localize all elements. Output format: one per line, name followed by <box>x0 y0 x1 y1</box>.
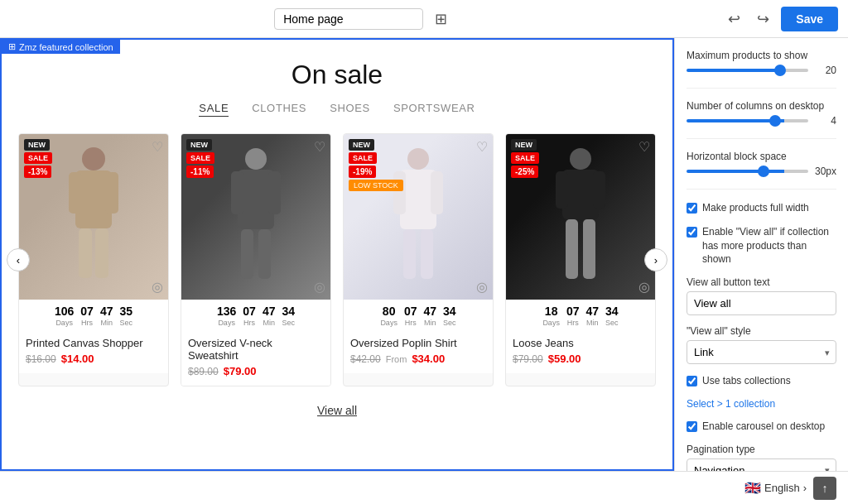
svg-rect-15 <box>431 171 443 214</box>
page-selector-wrap: Home page <box>274 8 423 30</box>
up-arrow-icon: ↑ <box>822 482 828 495</box>
product-card: NEW SALE -25% ♡ ◎ 18Days 07Hrs 47Min <box>505 133 656 386</box>
redo-button[interactable]: ↪ <box>752 7 774 31</box>
view-all-btn-row: View all button text <box>687 276 836 315</box>
svg-rect-16 <box>403 229 416 279</box>
svg-rect-23 <box>583 219 595 279</box>
tab-clothes[interactable]: CLOTHES <box>252 102 306 117</box>
quickview-button[interactable]: ◎ <box>638 279 650 295</box>
pagination-select[interactable]: Navigation <box>687 458 836 471</box>
pagination-select-wrap: Navigation ▾ <box>687 458 836 471</box>
view-all-style-select[interactable]: Link <box>687 340 836 364</box>
badge-sale: SALE <box>349 152 377 164</box>
view-all-btn-input[interactable] <box>687 291 836 315</box>
product-name: Loose Jeans <box>513 337 648 349</box>
save-button[interactable]: Save <box>781 7 838 31</box>
view-all-style-label: "View all" style <box>687 325 836 337</box>
collection-link[interactable]: Select > 1 collection <box>687 398 836 410</box>
wishlist-button[interactable]: ♡ <box>476 139 488 155</box>
view-all-link[interactable]: View all <box>317 404 357 417</box>
wishlist-button[interactable]: ♡ <box>638 139 650 155</box>
svg-rect-14 <box>393 171 406 214</box>
undo-icon: ↩ <box>728 11 740 27</box>
badge-new: NEW <box>24 139 50 151</box>
svg-rect-17 <box>421 229 433 279</box>
badge-new: NEW <box>186 139 212 151</box>
next-button[interactable]: › <box>644 248 667 271</box>
product-info: Printed Canvas Shopper $16.00 $14.00 <box>19 330 168 373</box>
use-tabs-checkbox[interactable] <box>687 376 697 386</box>
bottom-bar: 🇬🇧 English › ↑ <box>0 471 848 504</box>
scroll-up-button[interactable]: ↑ <box>813 477 836 500</box>
view-all-enable-row: Enable "View all" if collection has more… <box>687 225 836 266</box>
max-products-value: 20 <box>813 65 836 76</box>
section-label: ⊞ Zmz featured collection <box>2 40 120 54</box>
grid-view-button[interactable]: ⊞ <box>430 7 452 31</box>
wishlist-button[interactable]: ♡ <box>152 139 163 155</box>
chevron-right-icon: › <box>803 482 807 494</box>
columns-label: Number of columns on desktop <box>687 100 836 112</box>
carousel-label: Enable carousel on desktop <box>702 420 825 434</box>
quickview-button[interactable]: ◎ <box>152 279 163 295</box>
block-space-label: Horizontal block space <box>687 151 836 162</box>
section-label-icon: ⊞ <box>8 41 16 52</box>
language-button[interactable]: 🇬🇧 English › <box>744 480 807 496</box>
product-info: Oversized V-neck Sweatshirt $89.00 $79.0… <box>181 330 330 386</box>
svg-point-6 <box>245 148 267 170</box>
prev-button[interactable]: ‹ <box>7 248 30 271</box>
full-width-row: Make products full width <box>687 201 836 215</box>
badge-sale: SALE <box>186 152 214 164</box>
use-tabs-label: Use tabs collections <box>702 374 791 388</box>
block-space-slider[interactable] <box>687 170 808 173</box>
tab-sportswear[interactable]: SPORTSWEAR <box>393 102 475 117</box>
max-products-slider[interactable] <box>687 69 808 72</box>
columns-value: 4 <box>813 115 836 127</box>
main-layout: ⊞ Zmz featured collection On sale SALE C… <box>0 38 848 471</box>
product-timer: 136Days 07Hrs 47Min 34Sec <box>181 300 330 330</box>
svg-rect-10 <box>241 229 253 279</box>
lang-label: English <box>764 482 800 494</box>
divider <box>687 189 836 190</box>
tab-sale[interactable]: SALE <box>199 102 229 117</box>
view-all-enable-checkbox[interactable] <box>687 227 697 238</box>
full-width-label: Make products full width <box>702 201 809 215</box>
carousel-checkbox[interactable] <box>687 421 697 432</box>
view-all-btn-label: View all button text <box>687 276 836 288</box>
product-name: Printed Canvas Shopper <box>26 337 161 349</box>
wishlist-button[interactable]: ♡ <box>314 139 325 155</box>
tab-shoes[interactable]: SHOES <box>330 102 370 117</box>
product-image: NEW SALE -25% ♡ ◎ <box>506 134 655 300</box>
view-all-style-row: "View all" style Link ▾ <box>687 325 836 364</box>
carousel-row: Enable carousel on desktop <box>687 420 836 434</box>
svg-rect-4 <box>79 228 92 278</box>
svg-point-0 <box>82 147 105 170</box>
product-timer: 106Days 07Hrs 47Min 35Sec <box>19 300 168 330</box>
product-timer: 80Days 07Hrs 47Min 34Sec <box>344 300 493 330</box>
section-label-text: Zmz featured collection <box>19 42 113 52</box>
badge-new: NEW <box>349 139 374 151</box>
svg-point-12 <box>407 148 429 170</box>
badge-sale: SALE <box>511 152 539 164</box>
product-info: Oversized Poplin Shirt $42.00 From $34.0… <box>344 330 493 373</box>
quickview-button[interactable]: ◎ <box>476 279 488 295</box>
view-all-section: View all <box>18 403 656 418</box>
svg-point-18 <box>570 148 591 170</box>
product-card: NEW SALE -13% ♡ ◎ 106Days 07Hrs 47Min <box>18 133 169 386</box>
divider <box>687 138 836 139</box>
badge-pct: -19% <box>349 166 376 178</box>
svg-rect-5 <box>95 228 108 278</box>
svg-rect-22 <box>566 219 578 279</box>
svg-rect-11 <box>258 229 271 279</box>
columns-row: Number of columns on desktop 4 <box>687 100 836 127</box>
product-image: NEW SALE -11% ♡ ◎ <box>181 134 330 300</box>
use-tabs-row: Use tabs collections <box>687 374 836 388</box>
max-products-row: Maximum products to show 20 <box>687 50 836 76</box>
quickview-button[interactable]: ◎ <box>314 279 325 295</box>
page-select[interactable]: Home page <box>274 8 423 30</box>
canvas-inner: ⊞ Zmz featured collection On sale SALE C… <box>0 38 674 471</box>
badge-lowstock: LOW STOCK <box>349 180 403 191</box>
undo-button[interactable]: ↩ <box>723 7 745 31</box>
badge-pct: -11% <box>186 166 214 178</box>
full-width-checkbox[interactable] <box>687 203 697 214</box>
columns-slider[interactable] <box>687 119 808 122</box>
